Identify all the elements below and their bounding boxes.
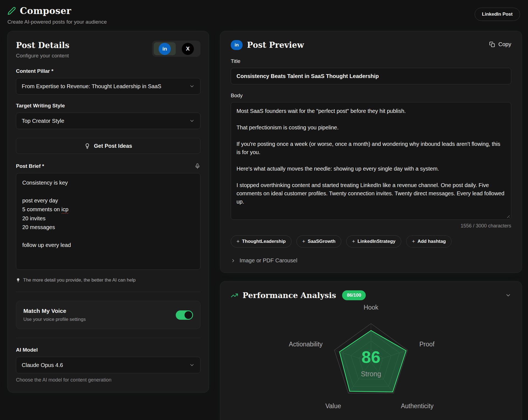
hashtag-label: ThoughtLeadership — [242, 239, 286, 244]
lightbulb-icon — [16, 278, 20, 282]
svg-text:Value: Value — [325, 402, 341, 410]
svg-text:Hook: Hook — [364, 304, 378, 311]
chevron-down-icon — [189, 84, 195, 89]
toggle-knob — [185, 311, 192, 319]
linkedin-icon: in — [159, 43, 171, 55]
x-icon: X — [182, 43, 194, 55]
post-details-title: Post Details — [16, 41, 69, 50]
score-badge: 86/100 — [342, 290, 366, 300]
topbar-left: Composer Create AI-powered posts for you… — [7, 5, 107, 25]
composer-page: Composer Create AI-powered posts for you… — [0, 0, 528, 420]
add-hashtag-label: Add hashtag — [417, 239, 446, 244]
divider — [16, 292, 200, 292]
post-body-input[interactable]: Most SaaS founders wait for the "perfect… — [231, 102, 511, 220]
linkedin-badge: in — [231, 40, 243, 50]
get-post-ideas-label: Get Post Ideas — [94, 143, 132, 149]
match-voice-toggle[interactable] — [176, 310, 193, 320]
ai-model-select[interactable]: Claude Opus 4.6 — [16, 357, 200, 373]
chevron-right-icon — [231, 258, 236, 263]
writing-style-label: Target Writing Style — [16, 103, 200, 109]
post-details-subtitle: Configure your content — [16, 53, 69, 59]
char-count: 1556 / 3000 characters — [231, 223, 511, 229]
lightbulb-icon — [84, 143, 90, 149]
page-subtitle: Create AI-powered posts for your audienc… — [7, 19, 107, 25]
match-voice-card: Match My Voice Use your voice profile se… — [16, 301, 200, 329]
svg-text:Proof: Proof — [419, 341, 435, 348]
platform-toggle: in X — [152, 41, 200, 57]
trending-up-icon — [231, 292, 238, 299]
get-post-ideas-button[interactable]: Get Post Ideas — [16, 138, 200, 154]
content-pillar-label: Content Pillar * — [16, 68, 200, 74]
platform-option-linkedin[interactable]: in — [154, 42, 176, 55]
chevron-down-icon[interactable] — [505, 292, 511, 298]
writing-style-select[interactable]: Top Creator Style — [16, 113, 200, 129]
plus-icon: + — [412, 238, 415, 244]
misspelled-word: icp — [61, 206, 68, 212]
svg-text:86: 86 — [362, 347, 381, 366]
post-details-heading: Post Details Configure your content — [16, 41, 69, 59]
post-preview-card: in Post Preview Copy Title Body Most Saa… — [220, 31, 522, 273]
post-title-input[interactable] — [231, 68, 511, 84]
hashtag-label: SaaSGrowth — [308, 239, 336, 244]
match-voice-text: Match My Voice Use your voice profile se… — [23, 308, 86, 322]
chevron-down-icon — [189, 362, 195, 368]
post-brief-input[interactable]: Consistency is key post every day 5 comm… — [16, 173, 200, 270]
hashtag-row: +ThoughtLeadership +SaaSGrowth +LinkedIn… — [231, 235, 511, 247]
pencil-icon — [7, 7, 16, 15]
ai-model-value: Claude Opus 4.6 — [22, 362, 63, 368]
divider — [16, 338, 200, 338]
radar-chart: HookProofAuthenticityValueActionability8… — [231, 303, 511, 418]
match-voice-title: Match My Voice — [23, 308, 86, 314]
brief-tip-text: The more detail you provide, the better … — [23, 277, 136, 283]
performance-card: Performance Analysis 86/100 HookProofAut… — [220, 281, 522, 420]
carousel-toggle[interactable]: Image or PDF Carousel — [231, 257, 511, 264]
post-brief-label: Post Brief * — [16, 163, 44, 169]
hashtag-pill[interactable]: +SaaSGrowth — [296, 235, 341, 247]
ai-model-helper: Choose the AI model for content generati… — [16, 377, 200, 383]
copy-icon — [489, 41, 495, 47]
carousel-label: Image or PDF Carousel — [240, 257, 297, 264]
plus-icon: + — [352, 238, 355, 244]
linkedin-post-button[interactable]: LinkedIn Post — [475, 8, 520, 21]
content-pillar-value: From Expertise to Revenue: Thought Leade… — [22, 83, 161, 90]
post-details-card: Post Details Configure your content in X… — [7, 31, 209, 393]
post-preview-title: Post Preview — [247, 40, 304, 50]
svg-text:Actionability: Actionability — [289, 341, 323, 348]
plus-icon: + — [237, 238, 240, 244]
content-pillar-select[interactable]: From Expertise to Revenue: Thought Leade… — [16, 78, 200, 94]
body-field-label: Body — [231, 93, 511, 99]
writing-style-value: Top Creator Style — [22, 118, 64, 124]
ai-model-label: AI Model — [16, 347, 200, 353]
platform-option-x[interactable]: X — [177, 42, 199, 55]
svg-text:Authenticity: Authenticity — [401, 402, 434, 410]
performance-title: Performance Analysis — [243, 291, 336, 300]
chevron-down-icon — [189, 118, 195, 124]
topbar: Composer Create AI-powered posts for you… — [7, 4, 521, 25]
mic-icon[interactable] — [194, 163, 200, 169]
copy-label: Copy — [498, 41, 511, 48]
page-title: Composer — [20, 5, 71, 16]
svg-text:Strong: Strong — [361, 370, 381, 378]
add-hashtag-button[interactable]: +Add hashtag — [406, 235, 452, 247]
hashtag-pill[interactable]: +ThoughtLeadership — [231, 235, 292, 247]
plus-icon: + — [302, 238, 305, 244]
brief-tip: The more detail you provide, the better … — [16, 277, 200, 283]
hashtag-pill[interactable]: +LinkedInStrategy — [346, 235, 401, 247]
copy-button[interactable]: Copy — [489, 41, 511, 48]
body-field-wrap: Most SaaS founders wait for the "perfect… — [231, 102, 511, 220]
title-field-label: Title — [231, 58, 511, 64]
match-voice-subtitle: Use your voice profile settings — [23, 317, 86, 322]
hashtag-label: LinkedInStrategy — [358, 239, 395, 244]
